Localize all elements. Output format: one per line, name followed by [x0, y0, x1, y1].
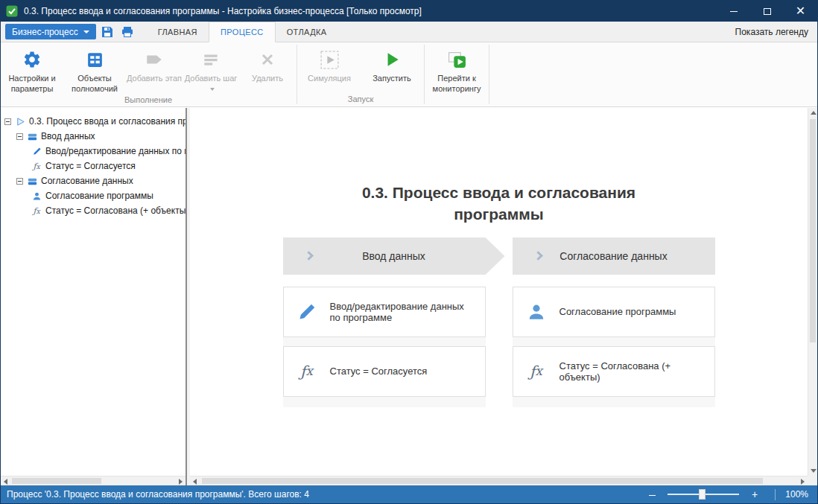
- ribbon-tab-row: Бизнес-процесс ГЛАВНАЯ ПРОЦЕСС ОТЛАДКА П…: [1, 22, 817, 42]
- canvas-horizontal-scrollbar[interactable]: [190, 476, 808, 485]
- simulation-button: Симуляция: [298, 45, 361, 94]
- run-button[interactable]: Запустить: [361, 45, 423, 94]
- settings-button-label: Настройки и параметры: [8, 74, 55, 93]
- close-icon: ✕: [796, 5, 805, 17]
- canvas-vertical-scrollbar[interactable]: [808, 108, 817, 476]
- delete-button: Удалить: [239, 45, 296, 95]
- step-card-edit-data[interactable]: Ввод/редактирование данных по программе: [283, 287, 486, 337]
- statusbar: Процесс '0.3. Процесс ввода и согласован…: [1, 485, 817, 503]
- simulation-icon: [320, 48, 340, 71]
- group-caption-monitoring: [425, 95, 488, 106]
- function-icon: ƒx: [31, 161, 42, 171]
- scroll-right-icon[interactable]: [801, 479, 805, 485]
- scroll-right-icon[interactable]: [179, 479, 183, 485]
- go-to-monitoring-button[interactable]: Перейти к мониторингу: [425, 45, 488, 95]
- zoom-out-button[interactable]: [642, 488, 662, 500]
- process-title: 0.3. Процесс ввода и согласования програ…: [328, 182, 670, 226]
- process-tree: 0.3. Процесс ввода и согласования прогр …: [1, 108, 186, 218]
- permission-objects-button-label: Объекты полномочий: [72, 74, 118, 93]
- titlebar: 0.3. Процесс ввода и согласования програ…: [1, 1, 817, 22]
- add-step-button-label: Добавить шаг: [185, 74, 238, 83]
- step-card-status-approved[interactable]: ƒx Статус = Согласована (+ объекты): [513, 346, 715, 397]
- person-icon: [525, 302, 548, 322]
- group-caption-run: Запуск: [298, 94, 423, 106]
- stage-body-approval: Согласование программы ƒx Статус = Согла…: [513, 287, 715, 407]
- tree-item-step-status-approved[interactable]: ƒx Статус = Согласована (+ объекты): [1, 203, 186, 218]
- show-legend-link[interactable]: Показать легенду: [735, 27, 808, 37]
- chevron-right-icon: [304, 251, 314, 261]
- tree-horizontal-scrollbar[interactable]: [1, 476, 186, 485]
- tree-item-step-approve-program[interactable]: Согласование программы: [1, 188, 186, 203]
- delete-button-label: Удалить: [252, 74, 283, 83]
- zoom-in-button[interactable]: +: [745, 488, 764, 500]
- process-board: 0.3. Процесс ввода и согласования програ…: [190, 108, 808, 476]
- ribbon-separator: [297, 45, 297, 104]
- step-card-status-approving[interactable]: ƒx Статус = Согласуется: [283, 346, 486, 397]
- function-icon: ƒx: [31, 205, 42, 216]
- ribbon-tabs: ГЛАВНАЯ ПРОЦЕСС ОТЛАДКА: [147, 22, 338, 42]
- tree-item-stage-input[interactable]: Ввод данных: [1, 129, 186, 144]
- window-title: 0.3. Процесс ввода и согласования програ…: [24, 6, 422, 16]
- ribbon: Настройки и параметры Объекты полномочий…: [1, 42, 817, 107]
- tree-item-stage-approval[interactable]: Согласование данных: [1, 173, 186, 188]
- collapse-icon[interactable]: [16, 178, 23, 185]
- stages-row: Ввод данных Ввод/редактирование данных п…: [190, 237, 808, 407]
- run-button-label: Запустить: [372, 74, 411, 83]
- add-stage-button-label: Добавить этап: [127, 74, 182, 83]
- minimize-button[interactable]: [717, 1, 750, 22]
- add-step-icon: [201, 48, 221, 71]
- process-icon: [15, 116, 25, 127]
- step-card-approve-program[interactable]: Согласование программы: [513, 287, 715, 337]
- save-button[interactable]: [98, 24, 116, 40]
- maximize-button[interactable]: [750, 1, 784, 22]
- stage-icon: [27, 131, 37, 141]
- print-button[interactable]: [118, 24, 136, 40]
- tree-item-label: Статус = Согласуется: [45, 161, 136, 171]
- tree-item-step-status-approving[interactable]: ƒx Статус = Согласуется: [1, 159, 186, 173]
- tree-item-step-edit-data[interactable]: Ввод/редактирование данных по пр: [1, 144, 186, 159]
- business-process-menu-label: Бизнес-процесс: [12, 27, 78, 37]
- tree-item-label: Ввод данных: [41, 131, 95, 141]
- gear-icon: [22, 48, 42, 71]
- stage-header-input[interactable]: Ввод данных: [283, 237, 505, 275]
- stage-header-label: Согласование данных: [559, 250, 667, 262]
- stage-icon: [27, 176, 37, 186]
- scroll-left-icon[interactable]: [193, 479, 197, 485]
- scroll-down-icon[interactable]: [811, 469, 817, 473]
- permission-objects-button[interactable]: Объекты полномочий: [63, 45, 126, 95]
- add-step-button: Добавить шаг: [183, 45, 239, 95]
- tab-main[interactable]: ГЛАВНАЯ: [147, 22, 209, 42]
- stage-header-approval[interactable]: Согласование данных: [513, 237, 715, 275]
- step-card-label: Ввод/редактирование данных по программе: [330, 301, 473, 323]
- tree-item-process-root[interactable]: 0.3. Процесс ввода и согласования прогр: [1, 114, 186, 129]
- scrollbar-thumb[interactable]: [810, 119, 816, 342]
- collapse-icon[interactable]: [16, 133, 23, 140]
- step-card-label: Статус = Согласуется: [330, 366, 428, 377]
- zoom-slider[interactable]: [668, 489, 739, 500]
- tree-item-label: Ввод/редактирование данных по пр: [45, 146, 186, 156]
- ribbon-group-monitoring: Перейти к мониторингу: [425, 42, 488, 106]
- stage-approval: Согласование данных Согласование програм…: [513, 237, 715, 407]
- tab-process[interactable]: ПРОЦЕСС: [209, 22, 276, 42]
- scroll-up-icon[interactable]: [811, 111, 817, 115]
- zoom-controls: + 100%: [642, 488, 817, 500]
- stage-header-label: Ввод данных: [362, 250, 425, 262]
- run-icon: [382, 48, 402, 71]
- step-card-label: Статус = Согласована (+ объекты): [559, 360, 703, 383]
- scrollbar-thumb[interactable]: [12, 478, 101, 484]
- process-tree-panel: 0.3. Процесс ввода и согласования прогр …: [1, 108, 186, 485]
- statusbar-separator: [775, 489, 776, 500]
- tab-debug[interactable]: ОТЛАДКА: [276, 22, 338, 42]
- close-button[interactable]: ✕: [784, 1, 817, 22]
- scrollbar-thumb[interactable]: [202, 478, 763, 484]
- settings-button[interactable]: Настройки и параметры: [1, 45, 63, 95]
- zoom-level[interactable]: 100%: [783, 489, 808, 500]
- scroll-left-icon[interactable]: [4, 479, 7, 485]
- pencil-icon: [296, 302, 318, 322]
- zoom-slider-thumb[interactable]: [699, 489, 706, 500]
- business-process-menu-button[interactable]: Бизнес-процесс: [5, 24, 96, 39]
- add-stage-button: Добавить этап: [126, 45, 183, 95]
- collapse-icon[interactable]: [4, 118, 11, 125]
- delete-icon: [259, 48, 276, 71]
- save-icon: [101, 26, 113, 38]
